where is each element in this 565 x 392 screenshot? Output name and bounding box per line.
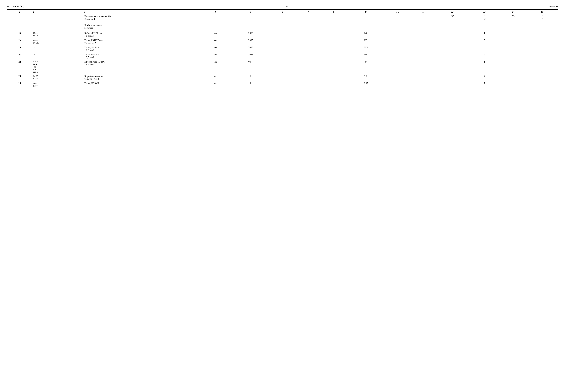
row-24: 24 24-05I-390 То же, КСК-I6 шт 2 3,45 7 bbox=[7, 81, 558, 88]
cell-23-unit: шт bbox=[199, 74, 231, 81]
cell-21-10 bbox=[385, 53, 411, 60]
cell-22-6 bbox=[270, 60, 295, 74]
cell-19-13: б bbox=[468, 38, 500, 45]
cell-section-heading: II.Материальныересурсы bbox=[84, 22, 199, 31]
cell-21-unit: км bbox=[199, 53, 231, 60]
cell-empty bbox=[199, 14, 231, 22]
cell-23-ref: 24-05I-389 bbox=[32, 74, 84, 81]
cell-22-num: 22 bbox=[7, 60, 32, 74]
cell-21-12 bbox=[436, 53, 468, 60]
cell-23-12 bbox=[436, 74, 468, 81]
fraction-display: ? I bbox=[542, 15, 543, 21]
cell-19-15 bbox=[526, 38, 558, 45]
cell-18-num: I8 bbox=[7, 31, 32, 38]
col-header-6: 6 bbox=[270, 10, 295, 14]
cell-empty bbox=[295, 22, 321, 31]
cell-24-num: 24 bbox=[7, 81, 32, 88]
cell-21-qty: 0,065 bbox=[231, 53, 270, 60]
cell-20-9: 3С0 bbox=[347, 45, 385, 53]
cell-empty bbox=[231, 22, 270, 31]
cell-22-9: 37 bbox=[347, 60, 385, 74]
cell-24-13: 7 bbox=[468, 81, 500, 88]
cell-22-7 bbox=[295, 60, 321, 74]
cell-19-ref: I5-09т.6-0I6 bbox=[32, 38, 84, 45]
cell-24-9: 3,45 bbox=[347, 81, 385, 88]
cell-empty bbox=[270, 22, 295, 31]
cell-19-unit: км bbox=[199, 38, 231, 45]
cell-21-6 bbox=[270, 53, 295, 60]
cell-20-7 bbox=[295, 45, 321, 53]
cell-18-unit: мм bbox=[199, 31, 231, 38]
header-center: - 155 - bbox=[283, 5, 290, 8]
cell-19-num: I9 bbox=[7, 38, 32, 45]
cell-24-6 bbox=[270, 81, 295, 88]
cell-empty bbox=[526, 22, 558, 31]
cell-21-ref: -"- bbox=[32, 53, 84, 60]
col-header-13: I3 bbox=[468, 10, 500, 14]
cell-24-10 bbox=[385, 81, 411, 88]
col-header-12: I2 bbox=[436, 10, 468, 14]
cell-20-11 bbox=[411, 45, 436, 53]
cell-frac: ? I bbox=[526, 14, 558, 22]
cell-18-9: I40 bbox=[347, 31, 385, 38]
cell-23-6 bbox=[270, 74, 295, 81]
cell-empty bbox=[7, 14, 32, 22]
cell-empty bbox=[411, 14, 436, 22]
cell-planovye: Плановые накопления 8%Итого по I bbox=[84, 14, 199, 22]
cell-18-qty: 0,005 bbox=[231, 31, 270, 38]
cell-empty bbox=[199, 22, 231, 31]
cell-22-desc: Провод АПРТО сеч.I х 2,5 мм2 bbox=[84, 60, 199, 74]
cell-20-8 bbox=[321, 45, 347, 53]
cell-24-8 bbox=[321, 81, 347, 88]
cell-19-qty: 0,025 bbox=[231, 38, 270, 45]
col-header-7: 7 bbox=[295, 10, 321, 14]
cell-20-desc: То же,сеч. I4 хх 2,5 мм2 bbox=[84, 45, 199, 53]
cell-20-qty: 0,035 bbox=[231, 45, 270, 53]
cell-24-desc: То же, КСК-I6 bbox=[84, 81, 199, 88]
cell-22-13: I bbox=[468, 60, 500, 74]
row-19: I9 I5-09т.6-0I6 То же,АКПВГ сеч.7 х 2,5 … bbox=[7, 38, 558, 45]
cell-empty bbox=[295, 14, 321, 22]
col-header-14: I4 bbox=[501, 10, 526, 14]
cell-22-11 bbox=[411, 60, 436, 74]
row-20: 20 -"- То же,сеч. I4 хх 2,5 мм2 мм 0,035… bbox=[7, 45, 558, 53]
cell-18-15 bbox=[526, 31, 558, 38]
cell-24-unit: шт bbox=[199, 81, 231, 88]
cell-20-13: II bbox=[468, 45, 500, 53]
cell-23-11 bbox=[411, 74, 436, 81]
cell-empty bbox=[32, 14, 84, 22]
cell-18-desc: Кабель КПВГ сеч.4 х I мм2 bbox=[84, 31, 199, 38]
cell-23-15 bbox=[526, 74, 558, 81]
col-header-9: 9 bbox=[347, 10, 385, 14]
cell-24-12 bbox=[436, 81, 468, 88]
fraction-numerator: ? bbox=[542, 15, 543, 18]
cell-21-11 bbox=[411, 53, 436, 60]
cell-i05: I05 bbox=[436, 14, 468, 22]
cell-empty bbox=[231, 14, 270, 22]
cell-18-7 bbox=[295, 31, 321, 38]
col-header-15: I5 bbox=[526, 10, 558, 14]
row-23: 23 24-05I-389 Коробка соедини-тельная КС… bbox=[7, 74, 558, 81]
header-right: 19581-11 bbox=[549, 5, 558, 8]
cell-18-14 bbox=[501, 31, 526, 38]
cell-22-ref: СНиIIV-4--82ч.Устр.I54 bbox=[32, 60, 84, 74]
cell-23-8 bbox=[321, 74, 347, 81]
cell-20-15 bbox=[526, 45, 558, 53]
cell-20-unit: мм bbox=[199, 45, 231, 53]
row-18: I8 I5-09т.6-0II Кабель КПВГ сеч.4 х I мм… bbox=[7, 31, 558, 38]
col-header-11: II bbox=[411, 10, 436, 14]
col-header-3: 3 bbox=[84, 10, 199, 14]
page-header: 902-I-84.84 (XI) - 155 - 19581-11 bbox=[7, 5, 558, 8]
cell-22-15 bbox=[526, 60, 558, 74]
cell-24-ref: 24-05I-390 bbox=[32, 81, 84, 88]
row-planovye: Плановые накопления 8%Итого по I I05 III… bbox=[7, 14, 558, 22]
cell-20-6 bbox=[270, 45, 295, 53]
cell-22-12 bbox=[436, 60, 468, 74]
cell-empty bbox=[385, 14, 411, 22]
row-materialnye: II.Материальныересурсы bbox=[7, 22, 558, 31]
cell-18-ref: I5-09т.6-0II bbox=[32, 31, 84, 38]
cell-24-qty: 2 bbox=[231, 81, 270, 88]
col-header-1: 1 bbox=[7, 10, 32, 14]
cell-20-10 bbox=[385, 45, 411, 53]
cell-21-8 bbox=[321, 53, 347, 60]
